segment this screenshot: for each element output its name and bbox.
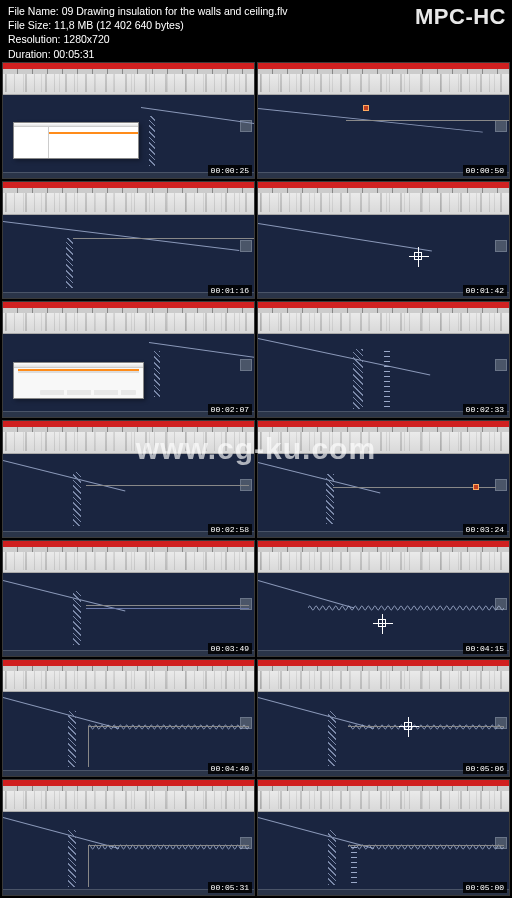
thumbnail-grid: 00:00:2500:00:5000:01:1600:01:4200:02:07… (0, 60, 512, 898)
viewcube-icon (495, 120, 507, 132)
thumbnail[interactable]: 00:03:49 (2, 540, 255, 657)
insulation-pattern (348, 837, 504, 845)
filesize-label: File Size: (8, 18, 54, 32)
autocad-ribbon (3, 421, 254, 453)
autocad-ribbon (258, 182, 509, 214)
thumbnail[interactable]: 00:01:16 (2, 181, 255, 298)
timestamp-badge: 00:03:49 (208, 643, 252, 654)
timestamp-badge: 00:05:31 (208, 882, 252, 893)
autocad-ribbon (258, 780, 509, 812)
insulation-pattern (88, 717, 249, 725)
thumbnail[interactable]: 00:03:24 (257, 420, 510, 537)
timestamp-badge: 00:00:25 (208, 165, 252, 176)
insulation-pattern (308, 598, 504, 606)
hatch-dialog (13, 362, 144, 399)
filename-label: File Name: (8, 4, 62, 18)
thumbnail[interactable]: 00:00:50 (257, 62, 510, 179)
timestamp-badge: 00:02:33 (463, 404, 507, 415)
thumbnail[interactable]: 00:04:15 (257, 540, 510, 657)
insulation-pattern (88, 837, 249, 845)
timestamp-badge: 00:05:00 (463, 882, 507, 893)
resolution-value: 1280x720 (63, 32, 109, 46)
viewcube-icon (495, 240, 507, 252)
metadata-header: File Name: 09 Drawing insulation for the… (0, 0, 512, 70)
timestamp-badge: 00:04:40 (208, 763, 252, 774)
timestamp-badge: 00:01:42 (463, 285, 507, 296)
insulation-pattern (348, 717, 504, 725)
autocad-ribbon (3, 660, 254, 692)
viewcube-icon (495, 359, 507, 371)
filesize-value: 11,8 MB (12 402 640 bytes) (54, 18, 184, 32)
autocad-ribbon (258, 541, 509, 573)
timestamp-badge: 00:03:24 (463, 524, 507, 535)
autocad-ribbon (258, 421, 509, 453)
thumbnail[interactable]: 00:04:40 (2, 659, 255, 776)
autocad-ribbon (258, 660, 509, 692)
timestamp-badge: 00:00:50 (463, 165, 507, 176)
autocad-ribbon (3, 182, 254, 214)
duration-value: 00:05:31 (54, 47, 95, 61)
thumbnail[interactable]: 00:05:31 (2, 779, 255, 896)
layer-properties-dialog (13, 122, 139, 159)
duration-label: Duration: (8, 47, 54, 61)
autocad-ribbon (258, 302, 509, 334)
thumbnail[interactable]: 00:05:00 (257, 779, 510, 896)
thumbnail[interactable]: 00:02:07 (2, 301, 255, 418)
app-name-badge: MPC-HC (415, 2, 506, 32)
autocad-ribbon (3, 541, 254, 573)
thumbnail[interactable]: 00:01:42 (257, 181, 510, 298)
thumbnail[interactable]: 00:02:33 (257, 301, 510, 418)
timestamp-badge: 00:02:58 (208, 524, 252, 535)
timestamp-badge: 00:01:16 (208, 285, 252, 296)
viewcube-icon (495, 479, 507, 491)
resolution-label: Resolution: (8, 32, 63, 46)
thumbnail[interactable]: 00:05:06 (257, 659, 510, 776)
timestamp-badge: 00:04:15 (463, 643, 507, 654)
timestamp-badge: 00:05:06 (463, 763, 507, 774)
autocad-ribbon (3, 780, 254, 812)
viewcube-icon (240, 359, 252, 371)
filename-value: 09 Drawing insulation for the walls and … (62, 4, 288, 18)
timestamp-badge: 00:02:07 (208, 404, 252, 415)
viewcube-icon (240, 240, 252, 252)
thumbnail[interactable]: 00:02:58 (2, 420, 255, 537)
autocad-ribbon (3, 302, 254, 334)
thumbnail[interactable]: 00:00:25 (2, 62, 255, 179)
